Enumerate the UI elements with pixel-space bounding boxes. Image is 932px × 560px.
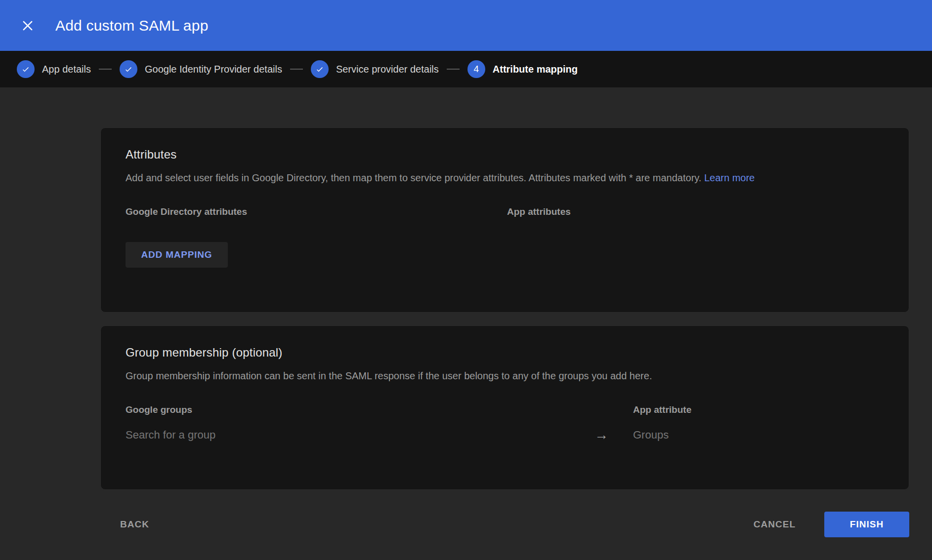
step-app-details[interactable]: App details xyxy=(17,60,91,78)
attributes-card-title: Attributes xyxy=(126,148,884,161)
attributes-card-description: Add and select user fields in Google Dir… xyxy=(126,172,884,184)
step-label: Attribute mapping xyxy=(493,64,578,75)
step-complete-circle xyxy=(311,60,329,78)
step-google-idp-details[interactable]: Google Identity Provider details xyxy=(120,60,282,78)
step-number: 4 xyxy=(473,64,479,75)
google-directory-attributes-header: Google Directory attributes xyxy=(126,206,247,217)
dialog-header: Add custom SAML app xyxy=(0,0,932,51)
step-label: Google Identity Provider details xyxy=(145,64,282,75)
stepper-bar: App details Google Identity Provider det… xyxy=(0,51,932,87)
cancel-button[interactable]: CANCEL xyxy=(754,519,796,530)
group-membership-card: Group membership (optional) Group member… xyxy=(100,325,909,490)
finish-button[interactable]: FINISH xyxy=(824,512,909,537)
close-button[interactable] xyxy=(18,16,38,36)
check-icon xyxy=(124,65,133,74)
step-complete-circle xyxy=(17,60,35,78)
arrow-right-icon: → xyxy=(594,428,608,442)
add-mapping-button[interactable]: ADD MAPPING xyxy=(126,242,228,268)
close-icon xyxy=(21,19,35,33)
step-label: App details xyxy=(42,64,91,75)
app-attribute-groups-field[interactable] xyxy=(633,429,781,441)
step-connector xyxy=(99,69,112,70)
attributes-card: Attributes Add and select user fields in… xyxy=(100,127,909,313)
dialog-title: Add custom SAML app xyxy=(55,17,209,34)
dialog-body: Attributes Add and select user fields in… xyxy=(0,87,932,537)
group-search-input[interactable] xyxy=(126,429,471,441)
check-icon xyxy=(315,65,324,74)
group-membership-card-title: Group membership (optional) xyxy=(126,346,884,360)
dialog-footer: BACK CANCEL FINISH xyxy=(0,512,932,537)
step-attribute-mapping[interactable]: 4 Attribute mapping xyxy=(467,60,578,78)
app-attribute-header: App attribute xyxy=(633,404,691,415)
step-service-provider-details[interactable]: Service provider details xyxy=(311,60,439,78)
attributes-column-headers: Google Directory attributes App attribut… xyxy=(126,206,884,217)
step-label: Service provider details xyxy=(336,64,439,75)
group-membership-description: Group membership information can be sent… xyxy=(126,370,884,382)
google-groups-header: Google groups xyxy=(126,404,192,415)
back-button[interactable]: BACK xyxy=(120,519,149,530)
attributes-description-text: Add and select user fields in Google Dir… xyxy=(126,172,701,183)
check-icon xyxy=(21,65,30,74)
step-number-circle: 4 xyxy=(467,60,485,78)
group-column-headers: Google groups App attribute xyxy=(126,404,884,415)
app-attributes-header: App attributes xyxy=(507,206,571,217)
learn-more-link[interactable]: Learn more xyxy=(704,172,755,183)
step-connector xyxy=(290,69,303,70)
step-complete-circle xyxy=(120,60,137,78)
step-connector xyxy=(447,69,460,70)
group-mapping-row: → xyxy=(126,428,884,442)
